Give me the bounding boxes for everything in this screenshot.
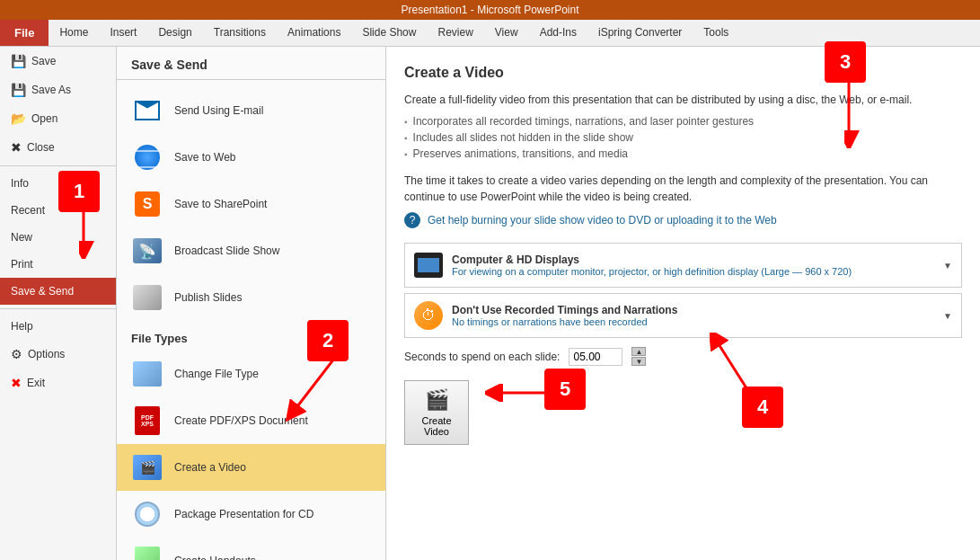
dropdown-timings-sub: No timings or narrations have been recor…: [452, 316, 943, 327]
middle-item-save-web[interactable]: Save to Web: [117, 134, 385, 181]
broadcast-icon: 📡: [131, 235, 163, 267]
sidebar-open-label: Open: [31, 112, 57, 125]
seconds-label: Seconds to spend on each slide:: [404, 351, 560, 363]
sidebar-item-save-send[interactable]: Save & Send: [0, 278, 116, 305]
title-text: Presentation1 - Microsoft PowerPoint: [401, 4, 578, 16]
middle-item-publish[interactable]: Publish Slides: [117, 274, 385, 321]
title-bar: Presentation1 - Microsoft PowerPoint: [0, 0, 980, 20]
sidebar-item-save[interactable]: 💾 Save: [0, 47, 116, 76]
dropdown-display-main: Computer & HD Displays: [452, 253, 943, 266]
spinner-arrows[interactable]: ▲ ▼: [631, 347, 646, 366]
sidebar-new-label: New: [11, 231, 32, 244]
sidebar-help-label: Help: [11, 320, 33, 333]
dropdown-display-sub: For viewing on a computer monitor, proje…: [452, 266, 943, 277]
tab-ispring[interactable]: iSpring Converter: [587, 20, 693, 46]
middle-item-create-video[interactable]: 🎬 Create a Video: [117, 444, 385, 491]
tab-review[interactable]: Review: [427, 20, 483, 46]
bullet-1: Incorporates all recorded timings, narra…: [404, 113, 962, 129]
help-icon: ?: [404, 212, 420, 228]
tab-animations[interactable]: Animations: [277, 20, 351, 46]
middle-item-change-type[interactable]: Change File Type: [117, 351, 385, 397]
bullet-2: Includes all slides not hidden in the sl…: [404, 129, 962, 146]
timings-icon: ⏱: [414, 301, 443, 330]
change-type-label: Change File Type: [174, 368, 259, 380]
sidebar-save-as-label: Save As: [31, 84, 71, 96]
sidebar-item-new[interactable]: New: [0, 224, 116, 251]
package-cd-label: Package Presentation for CD: [174, 508, 313, 520]
sidebar: 💾 Save 💾 Save As 📂 Open ✖ Close Info Rec…: [0, 47, 117, 560]
tab-tools[interactable]: Tools: [693, 20, 739, 46]
sidebar-item-save-as[interactable]: 💾 Save As: [0, 76, 116, 104]
video-icon: 🎬: [131, 451, 163, 484]
tab-view[interactable]: View: [484, 20, 529, 46]
dropdown-display[interactable]: Computer & HD Displays For viewing on a …: [404, 243, 962, 288]
sidebar-item-options[interactable]: ⚙ Options: [0, 340, 116, 369]
right-panel: Create a Video Create a full-fidelity vi…: [386, 47, 980, 560]
create-video-label: Create a Video: [174, 461, 246, 474]
sidebar-item-open[interactable]: 📂 Open: [0, 104, 116, 133]
tab-design[interactable]: Design: [147, 20, 202, 46]
save-send-title: Save & Send: [117, 58, 385, 80]
sidebar-item-info[interactable]: Info: [0, 170, 116, 197]
create-video-title: Create a Video: [404, 65, 962, 81]
seconds-row: Seconds to spend on each slide: ▲ ▼: [404, 347, 962, 366]
middle-item-sharepoint[interactable]: S Save to SharePoint: [117, 181, 385, 227]
change-type-icon: [131, 358, 163, 390]
create-video-btn-label: CreateVideo: [421, 415, 451, 437]
dropdown-timings-text: Don't Use Recorded Timings and Narration…: [452, 304, 943, 327]
pdf-label: Create PDF/XPS Document: [174, 414, 308, 427]
main-area: 💾 Save 💾 Save As 📂 Open ✖ Close Info Rec…: [0, 47, 980, 560]
tab-home[interactable]: Home: [49, 20, 99, 46]
middle-item-pdf[interactable]: PDFXPS Create PDF/XPS Document: [117, 397, 385, 444]
sharepoint-icon: S: [131, 188, 163, 220]
sidebar-recent-label: Recent: [11, 204, 45, 217]
sharepoint-label: Save to SharePoint: [174, 198, 267, 210]
dropdown-display-arrow: ▼: [943, 261, 952, 271]
sidebar-item-close[interactable]: ✖ Close: [0, 133, 116, 162]
file-types-title: File Types: [117, 321, 385, 351]
email-icon: [131, 94, 163, 127]
seconds-input[interactable]: [569, 348, 622, 366]
sidebar-item-exit[interactable]: ✖ Exit: [0, 369, 116, 397]
save-web-label: Save to Web: [174, 151, 235, 164]
sidebar-item-recent[interactable]: Recent: [0, 197, 116, 224]
publish-label: Publish Slides: [174, 291, 242, 304]
sidebar-exit-label: Exit: [27, 377, 45, 389]
ribbon: File Home Insert Design Transitions Anim…: [0, 20, 980, 47]
middle-item-email[interactable]: Send Using E-mail: [117, 87, 385, 134]
file-tab[interactable]: File: [0, 20, 49, 46]
spinner-up[interactable]: ▲: [631, 347, 646, 356]
publish-icon: [131, 281, 163, 314]
pdf-icon: PDFXPS: [131, 404, 163, 437]
sidebar-close-label: Close: [27, 141, 55, 154]
dropdown-timings-arrow: ▼: [943, 311, 952, 321]
email-label: Send Using E-mail: [174, 104, 263, 117]
sidebar-info-label: Info: [11, 177, 29, 190]
cd-icon: [131, 498, 163, 530]
film-icon: 🎬: [425, 388, 449, 412]
globe-icon: [131, 141, 163, 173]
sidebar-print-label: Print: [11, 258, 33, 271]
tab-addins[interactable]: Add-Ins: [529, 20, 587, 46]
tab-insert[interactable]: Insert: [99, 20, 147, 46]
help-link[interactable]: ? Get help burning your slide show video…: [404, 212, 962, 228]
dropdown-timings[interactable]: ⏱ Don't Use Recorded Timings and Narrati…: [404, 293, 962, 338]
tab-slideshow[interactable]: Slide Show: [351, 20, 427, 46]
create-video-button[interactable]: 🎬 CreateVideo: [404, 380, 469, 445]
sidebar-item-print[interactable]: Print: [0, 251, 116, 278]
tab-transitions[interactable]: Transitions: [203, 20, 277, 46]
content-desc-2: The time it takes to create a video vari…: [404, 173, 962, 205]
spinner-down[interactable]: ▼: [631, 357, 646, 366]
broadcast-label: Broadcast Slide Show: [174, 244, 279, 257]
dropdown-timings-main: Don't Use Recorded Timings and Narration…: [452, 304, 943, 316]
middle-item-package-cd[interactable]: Package Presentation for CD: [117, 491, 385, 538]
middle-panel: Save & Send Send Using E-mail Save to We…: [117, 47, 386, 560]
bullet-3: Preserves animations, transitions, and m…: [404, 146, 962, 162]
content-desc-1: Create a full-fidelity video from this p…: [404, 92, 962, 108]
middle-item-create-handouts[interactable]: Create Handouts: [117, 538, 385, 560]
middle-item-broadcast[interactable]: 📡 Broadcast Slide Show: [117, 227, 385, 274]
handout-icon: [131, 545, 163, 560]
sidebar-item-help[interactable]: Help: [0, 313, 116, 340]
help-link-text: Get help burning your slide show video t…: [428, 214, 777, 227]
sidebar-save-send-label: Save & Send: [11, 285, 74, 298]
